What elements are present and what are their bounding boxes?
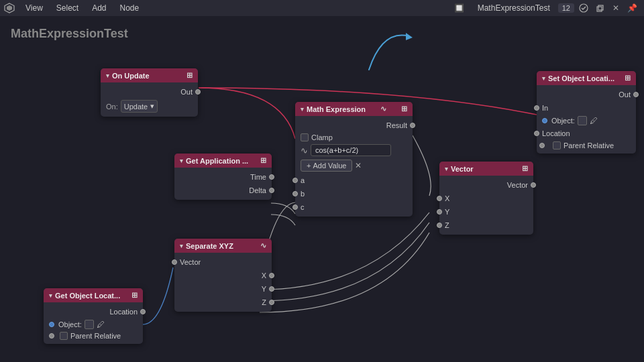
node-math-expr-add-btn[interactable]: + Add Value bbox=[301, 160, 352, 172]
node-get-obj-location-label: Location bbox=[109, 308, 138, 316]
parent-relative-checkbox[interactable] bbox=[553, 141, 561, 149]
app-icon bbox=[0, 0, 19, 16]
node-on-update-header: ▾ On Update ⊞ bbox=[101, 68, 198, 82]
node-math-expr-c-label: c bbox=[301, 203, 305, 211]
clamp-checkbox[interactable] bbox=[301, 133, 309, 141]
socket-get-obj-parent[interactable] bbox=[49, 333, 54, 339]
svg-marker-1 bbox=[7, 5, 12, 11]
socket-math-expr-b[interactable] bbox=[292, 191, 298, 196]
node-math-expr-clamp-row: Clamp bbox=[295, 132, 413, 143]
menu-view[interactable]: View bbox=[19, 0, 50, 16]
header-badge: 12 bbox=[558, 3, 574, 13]
socket-sep-xyz-y[interactable] bbox=[269, 286, 274, 292]
node-get-application: ▾ Get Application ... ⊞ Time Delta bbox=[174, 154, 272, 200]
node-set-obj-parent-row: Parent Relative bbox=[537, 140, 636, 151]
node-math-expression: ▾ Math Expression ∿ ⊞ Result Clamp ∿ cos… bbox=[295, 102, 413, 217]
node-set-obj-in-label: In bbox=[542, 104, 548, 112]
node-set-obj-body: Out In Object: 🖊 Location Parent Relativ bbox=[537, 85, 636, 154]
node-sep-xyz-y-row: Y bbox=[174, 282, 272, 296]
socket-set-obj-location[interactable] bbox=[534, 131, 539, 136]
collapse-icon[interactable]: ▾ bbox=[49, 292, 52, 299]
node-vector-x-label: X bbox=[445, 194, 449, 202]
collapse-icon[interactable]: ▾ bbox=[301, 106, 304, 113]
node-set-obj-out-label: Out bbox=[619, 90, 631, 99]
node-sep-xyz-z-label: Z bbox=[262, 298, 266, 306]
header-pin-btn[interactable]: 📌 bbox=[625, 1, 639, 15]
collapse-icon[interactable]: ▾ bbox=[180, 243, 183, 249]
socket-set-obj-parent[interactable] bbox=[539, 143, 545, 148]
node-set-obj-in-row: In bbox=[537, 101, 636, 115]
node-math-expr-icon: ∿ bbox=[380, 105, 386, 113]
node-get-obj-obj-row: Object: 🖊 bbox=[44, 318, 143, 330]
socket-sep-xyz-z[interactable] bbox=[269, 300, 274, 305]
node-get-obj-parent-label: Parent Relative bbox=[70, 332, 121, 340]
socket-vector-vector[interactable] bbox=[531, 182, 536, 188]
socket-set-obj-out[interactable] bbox=[633, 92, 639, 97]
socket-get-obj-location[interactable] bbox=[140, 309, 146, 314]
socket-vector-y[interactable] bbox=[437, 209, 442, 215]
node-math-expr-icon2: ⊞ bbox=[401, 105, 407, 113]
socket-vector-z[interactable] bbox=[437, 223, 442, 228]
menu-add[interactable]: Add bbox=[85, 0, 113, 16]
svg-rect-4 bbox=[598, 5, 603, 10]
object-picker-icon[interactable]: 🖊 bbox=[590, 116, 598, 125]
node-set-obj-location-label: Location bbox=[542, 129, 570, 137]
menu-select[interactable]: Select bbox=[50, 0, 85, 16]
node-set-obj-location-row: Location bbox=[537, 127, 636, 140]
node-vector-body: Vector X Y Z bbox=[439, 176, 533, 235]
node-get-obj-icon: ⊞ bbox=[131, 291, 138, 300]
menu-node[interactable]: Node bbox=[113, 0, 146, 16]
socket-math-expr-c[interactable] bbox=[292, 204, 298, 210]
node-sep-xyz-header: ▾ Separate XYZ ∿ bbox=[174, 239, 272, 253]
node-math-expr-title: Math Expression bbox=[307, 105, 366, 113]
object-swatch bbox=[578, 116, 587, 125]
socket-get-obj-obj[interactable] bbox=[49, 322, 54, 327]
socket-get-app-time[interactable] bbox=[269, 174, 274, 180]
wave-icon: ∿ bbox=[301, 145, 308, 156]
socket-on-update-out[interactable] bbox=[195, 89, 201, 95]
node-math-expr-add-x[interactable]: ✕ bbox=[355, 161, 362, 170]
node-vector-title: Vector bbox=[451, 165, 474, 173]
node-sep-xyz-title: Separate XYZ bbox=[186, 242, 233, 250]
socket-get-app-delta[interactable] bbox=[269, 188, 274, 193]
socket-sep-xyz-x[interactable] bbox=[269, 273, 274, 278]
node-get-obj-location-row: Location bbox=[44, 305, 143, 318]
svg-rect-3 bbox=[597, 7, 602, 11]
socket-vector-x[interactable] bbox=[437, 196, 442, 201]
node-get-app-time-row: Time bbox=[174, 170, 272, 184]
collapse-icon[interactable]: ▾ bbox=[445, 166, 448, 172]
node-on-update: ▾ On Update ⊞ Out On: Update ▾ bbox=[101, 68, 198, 117]
node-separate-xyz: ▾ Separate XYZ ∿ Vector X Y Z bbox=[174, 239, 272, 312]
node-math-expr-input[interactable]: cos(a+b+c/2) bbox=[311, 144, 391, 156]
node-vector-header: ▾ Vector ⊞ bbox=[439, 162, 533, 176]
collapse-icon[interactable]: ▾ bbox=[106, 72, 109, 79]
node-on-update-out-label: Out bbox=[180, 88, 193, 96]
collapse-icon[interactable]: ▾ bbox=[180, 158, 183, 164]
node-sep-xyz-z-row: Z bbox=[174, 296, 272, 309]
node-math-expr-clamp-label: Clamp bbox=[311, 133, 333, 141]
node-math-expr-a-row: a bbox=[295, 174, 413, 187]
node-get-obj-header: ▾ Get Object Locat... ⊞ bbox=[44, 288, 143, 302]
node-sep-xyz-icon: ∿ bbox=[260, 241, 266, 250]
dropdown-value: Update bbox=[124, 103, 148, 111]
object-picker-icon-get[interactable]: 🖊 bbox=[97, 320, 105, 329]
header-right: 🔲 MathExpressionTest 12 ✕ 📌 bbox=[449, 0, 644, 16]
header-copy-btn[interactable] bbox=[593, 1, 606, 15]
node-vector: ▾ Vector ⊞ Vector X Y Z bbox=[439, 162, 533, 235]
plus-icon: + bbox=[307, 162, 311, 170]
socket-sep-xyz-vector[interactable] bbox=[172, 259, 177, 265]
node-get-app-header: ▾ Get Application ... ⊞ bbox=[174, 154, 272, 168]
node-set-obj-icon: ⊞ bbox=[625, 74, 631, 82]
socket-set-obj-in[interactable] bbox=[534, 105, 539, 111]
node-on-update-body: Out On: Update ▾ bbox=[101, 82, 198, 117]
socket-math-expr-a[interactable] bbox=[292, 178, 298, 183]
header-check-btn[interactable] bbox=[577, 1, 590, 15]
socket-set-obj-obj[interactable] bbox=[542, 118, 547, 123]
header-close-btn[interactable]: ✕ bbox=[609, 1, 623, 15]
node-math-expr-add-row: + Add Value ✕ bbox=[295, 158, 413, 174]
node-on-update-dropdown[interactable]: Update ▾ bbox=[121, 100, 158, 113]
collapse-icon[interactable]: ▾ bbox=[542, 75, 545, 82]
socket-math-expr-result[interactable] bbox=[410, 123, 415, 128]
node-sep-xyz-body: Vector X Y Z bbox=[174, 253, 272, 312]
parent-relative-checkbox-get[interactable] bbox=[60, 332, 68, 340]
